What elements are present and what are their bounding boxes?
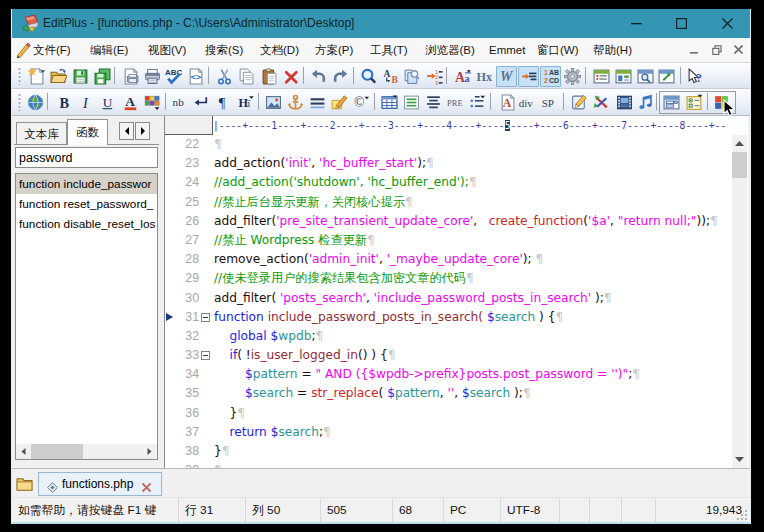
code-line-34[interactable]: 34$pattern = " AND ({$wpdb->prefix}posts…: [165, 365, 748, 384]
browser-preview-icon[interactable]: [637, 68, 654, 85]
code-area[interactable]: 22¶23add_action('init', 'hc_buffer_start…: [165, 135, 748, 469]
auto-indent-icon[interactable]: [518, 66, 539, 87]
save-all-icon[interactable]: [94, 68, 111, 85]
toolbar-grip[interactable]: [18, 67, 21, 85]
radio-options-icon[interactable]: [686, 94, 703, 111]
context-help-icon[interactable]: ?: [687, 68, 704, 85]
nbsp-icon[interactable]: nb: [171, 94, 188, 111]
code-line-38[interactable]: 38}¶: [165, 442, 748, 461]
code-line-26[interactable]: 26add_filter('pre_site_transient_update_…: [165, 212, 748, 231]
undo-icon[interactable]: [310, 68, 327, 85]
underline-icon[interactable]: U: [99, 94, 116, 111]
paragraph-icon[interactable]: ¶: [215, 94, 232, 111]
code-line-25[interactable]: 25//禁止后台显示更新，关闭核心提示¶: [165, 193, 748, 212]
new-window-icon[interactable]: [658, 68, 675, 85]
fold-collapse-icon[interactable]: [201, 313, 210, 322]
line-numbers-icon[interactable]: 1AB2CD: [540, 66, 561, 87]
tab-scroll-left-button[interactable]: [119, 122, 134, 140]
code-line-30[interactable]: 30add_filter( 'posts_search', 'include_p…: [165, 289, 748, 308]
mdi-restore-button[interactable]: [709, 42, 724, 57]
title-bar[interactable]: EditPlus - [functions.php - C:\Users\Adm…: [12, 9, 750, 38]
code-line-29[interactable]: 29//使未登录用户的搜索结果包含加密文章的代码¶: [165, 269, 748, 288]
bold-icon[interactable]: B: [56, 94, 73, 111]
italic-icon[interactable]: I: [78, 94, 95, 111]
menu-工具T[interactable]: 工具(T): [370, 38, 408, 62]
print-preview-icon[interactable]: [122, 68, 139, 85]
form-fields-icon[interactable]: [663, 94, 680, 111]
menu-帮助H[interactable]: 帮助(H): [593, 38, 632, 62]
code-line-32[interactable]: 32global $wpdb;¶: [165, 327, 748, 346]
menu-窗口W[interactable]: 窗口(W): [537, 38, 579, 62]
delete-icon[interactable]: [283, 68, 300, 85]
scroll-up-button[interactable]: [732, 135, 747, 151]
tab-functions[interactable]: 函数: [67, 119, 108, 145]
menu-编辑E[interactable]: 编辑(E): [90, 38, 128, 62]
scroll-down-button[interactable]: [732, 451, 747, 467]
code-line-33[interactable]: 33if( !is_user_logged_in() ) {¶: [165, 346, 748, 365]
function-filter-input[interactable]: [15, 147, 158, 168]
scroll-left-button[interactable]: [16, 444, 31, 459]
list-horizontal-scrollbar[interactable]: [16, 444, 157, 459]
code-line-28[interactable]: 28remove_action('admin_init', '_maybe_up…: [165, 250, 748, 269]
find-in-files-icon[interactable]: [403, 68, 420, 85]
maximize-button[interactable]: [666, 9, 696, 38]
table-row-icon[interactable]: [403, 94, 420, 111]
document-list-icon[interactable]: [593, 68, 610, 85]
toolbar-grip[interactable]: [18, 93, 21, 111]
preferences-icon[interactable]: [564, 68, 581, 85]
code-line-23[interactable]: 23add_action('init', 'hc_buffer_start');…: [165, 154, 748, 173]
tab-cliptext[interactable]: 文本库: [16, 122, 67, 144]
font-tag-icon[interactable]: A: [499, 94, 516, 111]
find-icon[interactable]: [360, 68, 377, 85]
project-icon[interactable]: [615, 68, 632, 85]
scrollbar-thumb[interactable]: [31, 444, 83, 459]
resize-grip[interactable]: [735, 508, 749, 522]
new-document-icon[interactable]: [28, 68, 45, 85]
replace-icon[interactable]: AB: [383, 68, 400, 85]
mdi-close-button[interactable]: [731, 42, 746, 57]
save-icon[interactable]: [72, 68, 89, 85]
goto-line-icon[interactable]: 123: [426, 68, 443, 85]
paste-icon[interactable]: [261, 68, 278, 85]
code-line-31[interactable]: 31function include_password_posts_in_sea…: [165, 308, 748, 327]
form-pad-icon[interactable]: [571, 94, 588, 111]
heading-icon[interactable]: Hī: [238, 94, 255, 111]
menu-文件F[interactable]: 文件(F): [33, 38, 71, 62]
font-color-icon[interactable]: A: [122, 94, 139, 111]
folder-icon[interactable]: [16, 475, 33, 491]
spell-check-icon[interactable]: ABC: [165, 68, 182, 85]
open-folder-icon[interactable]: [50, 68, 67, 85]
code-editor[interactable]: |----+----1----+----2----+----3----+----…: [164, 116, 748, 469]
hex-view-icon[interactable]: Hx: [476, 68, 493, 85]
span-tag-icon[interactable]: SP: [541, 94, 558, 111]
html-code-icon[interactable]: <>: [187, 68, 204, 85]
line-break-icon[interactable]: [193, 94, 210, 111]
code-line-37[interactable]: 37return $search;¶: [165, 423, 748, 442]
anchor-icon[interactable]: [287, 94, 304, 111]
menu-搜索S[interactable]: 搜索(S): [205, 38, 243, 62]
minimize-button[interactable]: [621, 9, 651, 38]
web-browser-icon[interactable]: [27, 94, 44, 111]
horizontal-rule-icon[interactable]: [309, 94, 326, 111]
code-line-35[interactable]: 35$search = str_replace( $pattern, '', $…: [165, 384, 748, 403]
cut-icon[interactable]: [216, 68, 233, 85]
image-icon[interactable]: [265, 94, 282, 111]
fold-collapse-icon[interactable]: [201, 351, 210, 360]
copyright-icon[interactable]: ©: [353, 94, 370, 111]
copy-icon[interactable]: [238, 68, 255, 85]
menu-Emmet[interactable]: Emmet: [489, 38, 525, 62]
scroll-right-button[interactable]: [142, 444, 157, 459]
function-list-item[interactable]: function reset_password_: [16, 194, 157, 214]
table-icon[interactable]: [381, 94, 398, 111]
menu-文档D[interactable]: 文档(D): [260, 38, 299, 62]
color-palette-icon[interactable]: [144, 94, 161, 111]
music-note-icon[interactable]: [638, 94, 655, 111]
vertical-scrollbar[interactable]: [732, 135, 747, 468]
div-tag-icon[interactable]: div: [518, 94, 535, 111]
font-size-icon[interactable]: Aa: [455, 68, 472, 85]
print-icon[interactable]: [144, 68, 161, 85]
function-list-item[interactable]: function include_passwor: [16, 174, 157, 194]
color-pencil-icon[interactable]: [593, 94, 610, 111]
tab-close-icon[interactable]: [141, 479, 152, 490]
function-list-item[interactable]: function disable_reset_los: [16, 214, 157, 234]
